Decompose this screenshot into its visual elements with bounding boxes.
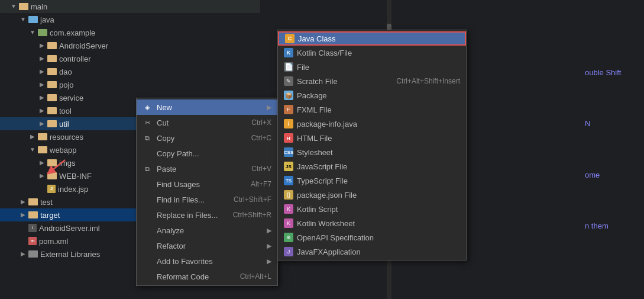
label-java: java (40, 15, 54, 24)
ctx-item-paste[interactable]: ⧉ Paste Ctrl+V (137, 161, 277, 176)
ctx-item-replace-in-files[interactable]: Replace in Files... Ctrl+Shift+R (137, 207, 277, 223)
kotlin-script-icon: K (284, 204, 293, 214)
folder-icon-java (28, 16, 38, 23)
ctx-label-refactor: Refactor (157, 242, 186, 250)
replace-in-files-icon (143, 210, 152, 220)
label-com-example: com.example (50, 28, 95, 37)
ctx-arrow-refactor: ▶ (267, 242, 271, 250)
ctx-shortcut-find-in-files: Ctrl+Shift+F (234, 195, 271, 204)
tree-item-androidserver[interactable]: ▶ AndroidServer (0, 39, 260, 52)
label-resources: resources (50, 133, 83, 142)
javafx-icon: J (284, 247, 293, 256)
ctx-item-reformat-code[interactable]: Reformat Code Ctrl+Alt+L (137, 269, 277, 284)
ctx-item-cut[interactable]: ✂ Cut Ctrl+X (137, 115, 277, 130)
tree-item-pojo[interactable]: ▶ pojo (0, 78, 260, 91)
chevron-resources: ▶ (28, 133, 37, 141)
ctx-item-new[interactable]: ◈ New ▶ (137, 99, 277, 115)
ctx-shortcut-paste: Ctrl+V (251, 165, 271, 173)
sub-item-javascript[interactable]: JS JavaScript File (278, 159, 466, 173)
tree-item-com-example[interactable]: ▼ com.example (0, 26, 260, 39)
sub-item-scratch-file[interactable]: ✎ Scratch File Ctrl+Alt+Shift+Insert (278, 74, 466, 88)
sub-label-kotlin-class: Kotlin Class/File (297, 49, 352, 57)
ctx-item-analyze[interactable]: Analyze ▶ (137, 223, 277, 238)
ctx-item-find-in-files[interactable]: Find in Files... Ctrl+Shift+F (137, 192, 277, 207)
ctx-label-find-usages: Find Usages (157, 180, 200, 189)
folder-icon-com-example (38, 29, 47, 36)
chevron-util: ▶ (38, 120, 46, 128)
label-main: main (31, 2, 47, 11)
sub-item-stylesheet[interactable]: CSS Stylesheet (278, 145, 466, 159)
chevron-webapp: ▼ (28, 146, 37, 154)
sub-item-kotlin-class[interactable]: K Kotlin Class/File (278, 46, 466, 60)
right-panel-text2: N (585, 118, 590, 129)
sub-label-package-info: package-info.java (297, 120, 357, 128)
ctx-label-analyze: Analyze (157, 226, 184, 235)
ctx-label-find-in-files: Find in Files... (157, 195, 205, 204)
ctx-shortcut-cut: Ctrl+X (251, 118, 271, 127)
ctx-item-refactor[interactable]: Refactor ▶ (137, 238, 277, 253)
ctx-item-copy-path[interactable]: Copy Path... (137, 146, 277, 161)
sub-item-javafx[interactable]: J JavaFXApplication (278, 245, 466, 259)
tree-item-java[interactable]: ▼ java (0, 13, 260, 26)
sub-item-package-info[interactable]: i package-info.java (278, 117, 466, 131)
add-to-favorites-icon (143, 256, 152, 266)
ctx-item-add-to-favorites[interactable]: Add to Favorites ▶ (137, 253, 277, 269)
right-panel: ouble Shift N ome n them (579, 0, 644, 299)
ctx-item-find-usages[interactable]: Find Usages Alt+F7 (137, 176, 277, 192)
kotlin-worksheet-icon: K (284, 218, 293, 228)
html-file-icon: H (284, 133, 293, 143)
file-icon-xml: m (28, 237, 37, 245)
label-tool: tool (59, 107, 72, 115)
label-target: target (40, 211, 60, 220)
chevron-external-libraries: ▶ (19, 250, 27, 258)
stylesheet-icon: CSS (284, 147, 293, 157)
chevron-target: ▶ (19, 211, 27, 219)
sub-label-package-json: package.json File (297, 191, 357, 200)
ctx-label-cut: Cut (157, 118, 169, 127)
label-androidserver: AndroidServer (59, 41, 108, 50)
sub-label-javascript: JavaScript File (297, 162, 347, 171)
label-test: test (40, 198, 53, 207)
sub-item-kotlin-script[interactable]: K Kotlin Script (278, 202, 466, 216)
right-panel-text3: ome (585, 170, 600, 181)
sub-label-java-class: Java Class (298, 34, 336, 43)
sub-item-kotlin-worksheet[interactable]: K Kotlin Worksheet (278, 216, 466, 230)
ctx-label-replace-in-files: Replace in Files... (157, 211, 218, 220)
folder-icon-controller (47, 55, 57, 62)
svg-line-0 (50, 160, 65, 172)
package-json-icon: {} (284, 190, 293, 200)
label-index-jsp: index.jsp (58, 185, 88, 194)
chevron-test: ▶ (19, 198, 27, 206)
tree-item-main[interactable]: ▼ main (0, 0, 260, 13)
chevron-main: ▼ (9, 2, 18, 11)
java-class-icon: C (285, 34, 295, 43)
label-controller: controller (59, 54, 90, 63)
label-pom-xml: pom.xml (39, 237, 68, 246)
sub-item-package[interactable]: 📦 Package (278, 88, 466, 102)
sub-item-html-file[interactable]: H HTML File (278, 131, 466, 145)
sub-item-package-json[interactable]: {} package.json File (278, 188, 466, 202)
sub-label-package: Package (297, 91, 327, 100)
submenu: C Java Class K Kotlin Class/File 📄 File … (277, 30, 467, 261)
find-usages-icon (143, 179, 152, 189)
ctx-arrow-add-to-favorites: ▶ (267, 258, 271, 265)
ctx-shortcut-reformat-code: Ctrl+Alt+L (240, 272, 271, 281)
sub-item-typescript[interactable]: TS TypeScript File (278, 173, 466, 188)
sub-shortcut-scratch: Ctrl+Alt+Shift+Insert (396, 77, 460, 85)
openapi-icon: ⊕ (284, 233, 293, 242)
file-icon-sub: 📄 (284, 62, 293, 72)
sub-item-file[interactable]: 📄 File (278, 60, 466, 74)
tree-item-controller[interactable]: ▶ controller (0, 52, 260, 65)
sub-item-java-class[interactable]: C Java Class (278, 31, 466, 46)
tree-item-dao[interactable]: ▶ dao (0, 65, 260, 78)
sub-item-openapi[interactable]: ⊕ OpenAPI Specification (278, 230, 466, 245)
label-dao: dao (59, 67, 72, 76)
sub-label-html-file: HTML File (297, 134, 332, 143)
ctx-item-copy[interactable]: ⧉ Copy Ctrl+C (137, 130, 277, 146)
right-panel-text4: n them (585, 221, 609, 232)
fxml-icon: F (284, 105, 293, 114)
label-androidserver-iml: AndroidServer.iml (39, 224, 100, 233)
chevron-controller: ▶ (38, 54, 46, 63)
arrow-indicator (41, 157, 71, 175)
sub-item-fxml[interactable]: F FXML File (278, 102, 466, 117)
